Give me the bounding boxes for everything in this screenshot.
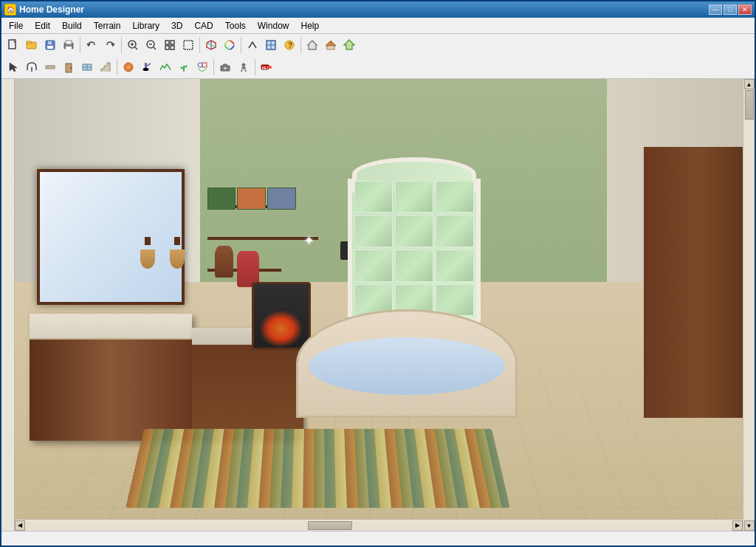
svg-marker-32 [344, 40, 354, 49]
toolbar-sep-2 [121, 37, 122, 53]
menu-help[interactable]: Help [295, 18, 325, 33]
select-window-button[interactable] [179, 36, 197, 54]
left-vanity [30, 314, 192, 440]
door-button[interactable] [60, 58, 78, 76]
svg-point-48 [143, 68, 149, 71]
scroll-track-horizontal[interactable] [25, 521, 732, 530]
sconce-right [170, 237, 185, 264]
save-button[interactable] [41, 36, 59, 54]
view3d-button[interactable] [202, 36, 220, 54]
right-cabinet [644, 147, 755, 418]
svg-line-57 [245, 69, 246, 72]
scroll-thumb-vertical[interactable] [745, 90, 754, 120]
exterior-button[interactable] [340, 36, 358, 54]
camera-button[interactable] [216, 58, 234, 76]
svg-line-56 [241, 69, 242, 72]
new-button[interactable] [4, 36, 22, 54]
scroll-down-arrow[interactable]: ▼ [744, 520, 755, 531]
svg-marker-29 [308, 41, 317, 49]
window-pane-3 [436, 181, 474, 213]
zoom-fit-button[interactable] [161, 36, 179, 54]
record-button[interactable]: REC [258, 58, 275, 76]
svg-rect-4 [47, 46, 53, 49]
terrain-button[interactable] [157, 58, 174, 76]
paint-button[interactable] [138, 58, 156, 76]
menu-edit[interactable]: Edit [29, 18, 56, 33]
vase-1 [215, 246, 233, 278]
arrow-up-button[interactable] [244, 36, 261, 54]
main-area: ✦ [1, 79, 755, 531]
title-bar-controls: — □ ✕ [709, 4, 752, 15]
menu-window[interactable]: Window [252, 18, 295, 33]
svg-rect-18 [165, 46, 169, 49]
sconce-left [140, 237, 155, 264]
menu-3d[interactable]: 3D [165, 18, 188, 33]
books-area [207, 188, 296, 210]
redo-button[interactable] [101, 36, 119, 54]
symbol-button[interactable] [193, 58, 211, 76]
svg-marker-30 [326, 41, 336, 46]
window-pane-8 [395, 250, 433, 282]
scroll-thumb-horizontal[interactable] [308, 521, 352, 530]
house-button[interactable] [303, 36, 321, 54]
scroll-up-arrow[interactable]: ▲ [744, 79, 755, 89]
svg-line-49 [147, 63, 151, 66]
scroll-left-arrow[interactable]: ◀ [15, 520, 25, 531]
toolbar-sep-4 [241, 37, 241, 53]
sconce-mount-left [145, 237, 151, 245]
3d-view: ✦ [15, 79, 755, 531]
scrollbar-horizontal[interactable]: ◀ ▶ [15, 519, 743, 531]
svg-point-41 [70, 67, 72, 69]
stair-button[interactable] [97, 58, 114, 76]
plant-button[interactable] [175, 58, 193, 76]
zoom-in-button[interactable] [124, 36, 142, 54]
bathtub-inner [309, 337, 504, 394]
bathtub-surround [296, 309, 518, 418]
floor-plan-button[interactable] [262, 36, 280, 54]
book-3 [267, 188, 296, 210]
star-decor: ✦ [303, 233, 315, 249]
window-button[interactable] [78, 58, 96, 76]
minimize-button[interactable]: — [709, 4, 722, 15]
menu-build[interactable]: Build [56, 18, 88, 33]
roof-3d-button[interactable] [322, 36, 340, 54]
viewport[interactable]: ✦ [15, 79, 755, 531]
svg-text:?: ? [288, 41, 292, 49]
toolbar-sep-7 [213, 59, 214, 75]
toolbar-row-1: ? [1, 34, 755, 56]
window-title: Home Designer [19, 4, 84, 15]
print-button[interactable] [60, 36, 78, 54]
menu-cad[interactable]: CAD [188, 18, 219, 33]
svg-point-52 [224, 66, 227, 70]
svg-rect-19 [171, 46, 174, 49]
snap-button[interactable] [23, 58, 41, 76]
title-bar: 🏠 Home Designer — □ ✕ [1, 1, 755, 18]
close-button[interactable]: ✕ [738, 4, 752, 15]
material-button[interactable] [120, 58, 137, 76]
menu-bar: File Edit Build Terrain Library 3D CAD T… [1, 18, 755, 34]
shelf-2 [207, 237, 318, 240]
svg-rect-17 [171, 41, 174, 44]
color-button[interactable] [221, 36, 238, 54]
menu-terrain[interactable]: Terrain [88, 18, 127, 33]
walkaround-button[interactable] [235, 58, 252, 76]
help-button[interactable]: ? [281, 36, 298, 54]
toolbar-sep-5 [300, 37, 301, 53]
open-button[interactable] [23, 36, 41, 54]
select-arrow-button[interactable] [4, 58, 22, 76]
scroll-right-arrow[interactable]: ▶ [732, 520, 743, 531]
scene-container: ✦ [15, 79, 755, 531]
wall-button[interactable] [41, 58, 59, 76]
menu-library[interactable]: Library [126, 18, 165, 33]
scrollbar-vertical[interactable]: ▲ ▼ [743, 79, 755, 531]
maximize-button[interactable]: □ [724, 4, 737, 15]
book-1 [207, 188, 236, 210]
scroll-track-vertical[interactable] [744, 89, 755, 520]
menu-tools[interactable]: Tools [219, 18, 252, 33]
zoom-out-button[interactable] [142, 36, 160, 54]
undo-button[interactable] [83, 36, 100, 54]
toolbar-sep-3 [199, 37, 200, 53]
toolbar-sep-1 [80, 37, 80, 53]
menu-file[interactable]: File [3, 18, 29, 33]
toolbar-sep-6 [117, 59, 117, 75]
